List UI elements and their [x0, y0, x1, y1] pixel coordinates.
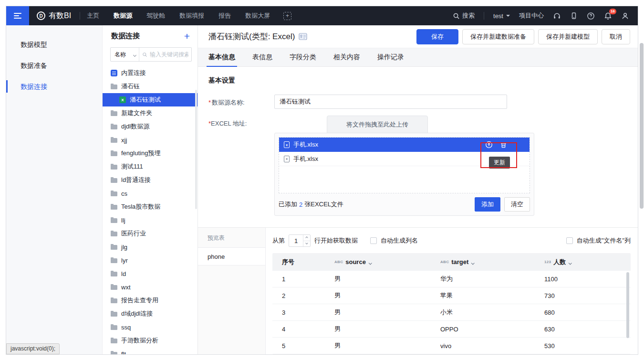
tree-item[interactable]: 测试111 [103, 160, 197, 173]
tree-item[interactable]: flt [103, 347, 197, 354]
tree-item[interactable]: 手游数据分析 [103, 334, 197, 347]
stepper-down-icon[interactable] [303, 241, 310, 247]
tree-item-icon [111, 111, 117, 116]
search-input[interactable] [150, 51, 188, 58]
table-scrollbar[interactable] [626, 272, 629, 338]
tree-item[interactable]: llj [103, 213, 197, 227]
sidebar-item[interactable]: 数据模型 [6, 34, 102, 55]
file-count: 2 [299, 201, 302, 208]
action-button[interactable]: 取消 [602, 29, 630, 44]
tree-item[interactable]: wxt [103, 280, 197, 294]
auto-columns-checkbox[interactable] [370, 237, 377, 244]
clear-files-button[interactable]: 清空 [504, 197, 530, 212]
new-dashboard-plus-icon[interactable]: + [283, 12, 291, 20]
action-button[interactable]: 保存 [416, 29, 458, 44]
column-header[interactable]: ABC source [325, 258, 431, 266]
action-button[interactable]: 保存并新建数据准备 [462, 29, 534, 44]
chevron-down-icon [506, 15, 510, 19]
table-row: 4 男 OPPO 630 [272, 321, 631, 338]
add-file-button[interactable]: 添加 [475, 197, 500, 212]
tree-item[interactable]: djdl数据源 [103, 120, 197, 133]
page-scrollbar[interactable] [640, 43, 644, 209]
update-file-icon[interactable] [485, 141, 493, 149]
user-avatar-icon[interactable] [621, 12, 629, 20]
column-header[interactable]: 123 人数 [535, 258, 631, 266]
column-label: source [345, 258, 366, 265]
global-search[interactable]: 搜索 [453, 11, 475, 20]
nav-menu-item[interactable]: 数据源 [114, 11, 132, 20]
delete-file-icon[interactable] [500, 141, 507, 149]
tree-item[interactable]: ld普通连接 [103, 173, 197, 187]
header-actions: 保存 保存并新建数据准备 保存并新建模型 取消 [416, 29, 630, 44]
cell-target: 小米 [431, 308, 535, 317]
tree-item[interactable]: lyr [103, 254, 197, 267]
action-button[interactable]: 保存并新建模型 [538, 29, 598, 44]
tree-item-label: d域djdl连接 [121, 309, 153, 318]
tree-item[interactable]: jlg [103, 240, 197, 254]
tree-scrollbar[interactable] [195, 90, 197, 209]
tree-item[interactable]: cs [103, 187, 197, 200]
file-dropzone[interactable]: 将文件拖拽至此处上传 [327, 116, 428, 133]
tree-item[interactable]: fengluting预埋 [103, 147, 197, 160]
filter-type-select[interactable]: 名称 [111, 48, 139, 61]
nav-menu-item[interactable]: 驾驶舱 [146, 11, 165, 20]
tree-item[interactable]: 潘石钰测试 [103, 93, 197, 106]
info-card-icon[interactable] [299, 33, 307, 40]
cell-target: vivo [431, 342, 535, 350]
tab[interactable]: 字段分类 [290, 48, 316, 66]
app-logo[interactable]: D 有数BI [37, 11, 71, 21]
tree-item[interactable]: 新建文件夹 [103, 106, 197, 120]
support-headset-icon[interactable] [553, 12, 561, 20]
tree-item[interactable]: xjj [103, 133, 197, 147]
tab[interactable]: 表信息 [252, 48, 272, 66]
nav-menu-item[interactable]: 数据填报 [179, 11, 204, 20]
sheet-item[interactable]: phone [198, 247, 265, 265]
tree-item[interactable]: Tesla股市数据 [103, 200, 197, 213]
notifications-bell-icon[interactable]: 16 [604, 12, 612, 20]
tree-item-icon [111, 298, 117, 303]
tree-item-icon [111, 258, 117, 263]
field-label: *数据源名称: [208, 95, 274, 109]
tree-item[interactable]: 报告走查专用 [103, 294, 197, 307]
preview-table-label: 预览表 [198, 228, 265, 247]
help-icon[interactable] [587, 12, 595, 20]
tree-item[interactable]: ld [103, 267, 197, 280]
column-header[interactable]: 序号 [272, 258, 325, 266]
stepper-up-icon[interactable] [303, 235, 310, 241]
add-connection-icon[interactable]: + [184, 31, 190, 41]
chevron-down-icon[interactable] [369, 258, 372, 266]
tree-item[interactable]: d域djdl连接 [103, 307, 197, 320]
tree-item[interactable]: 医药行业 [103, 227, 197, 240]
column-type-tag: 123 [544, 260, 551, 264]
user-dropdown[interactable]: test [493, 12, 510, 20]
file-name: 手机.xlsx [293, 155, 318, 163]
mobile-device-icon[interactable] [570, 12, 578, 20]
file-row[interactable]: 手机.xlsx [279, 138, 530, 152]
nav-menu-item[interactable]: 数据大屏 [245, 11, 270, 20]
tree-item[interactable]: 潘石钰 [103, 80, 197, 93]
auto-filename-checkbox[interactable] [566, 237, 573, 244]
tab[interactable]: 基本信息 [208, 48, 235, 66]
column-header[interactable]: ABC target [431, 258, 535, 266]
project-center-link[interactable]: 项目中心 [519, 11, 544, 20]
tree-item[interactable]: 内置连接 [103, 66, 197, 80]
start-row-input[interactable] [289, 235, 303, 246]
hamburger-menu-icon[interactable] [6, 6, 29, 25]
nav-menu-item[interactable]: 主页 [87, 11, 99, 20]
table-header: 序号 ABC source [272, 253, 631, 271]
tab[interactable]: 相关内容 [333, 48, 360, 66]
nav-menu-item[interactable]: 报告 [218, 11, 231, 20]
chevron-down-icon[interactable] [472, 258, 474, 266]
tree-item-icon [111, 232, 117, 236]
cell-target: 华为 [431, 275, 535, 283]
connection-tree: 内置连接 潘石钰 潘石钰测试 [103, 66, 197, 354]
datasource-name-input[interactable] [274, 95, 507, 109]
tab[interactable]: 操作记录 [377, 48, 404, 66]
tree-item[interactable]: ssq [103, 320, 197, 334]
column-type-tag: ABC [334, 260, 343, 264]
tree-item-icon [111, 325, 117, 330]
tree-item-label: wxt [121, 284, 131, 291]
chevron-down-icon[interactable] [569, 258, 571, 266]
sidebar-item[interactable]: 数据准备 [6, 55, 102, 76]
sidebar-item[interactable]: 数据连接 [6, 76, 102, 97]
